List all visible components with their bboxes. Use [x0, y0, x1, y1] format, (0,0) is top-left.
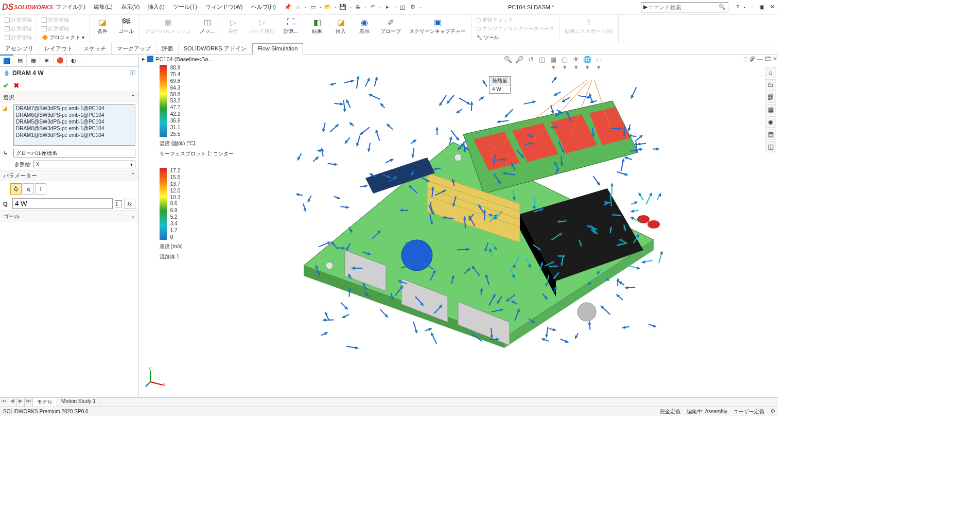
last-tab-button[interactable]: ⏭: [25, 398, 33, 407]
flow-tab[interactable]: ◐: [67, 55, 80, 66]
legend-subtitle: サーフェスプロット 1: コンター: [160, 150, 234, 157]
app-logo: DS SOLIDWORKS: [0, 3, 51, 12]
motion-study-tab[interactable]: Motion Study 1: [57, 398, 100, 407]
spinner[interactable]: ▲▼: [115, 200, 122, 207]
list-item[interactable]: DRAM8@SW3dPS-pc emb-1@PC104: [14, 125, 135, 132]
list-item[interactable]: DRAM6@SW3dPS-pc emb-1@PC104: [14, 112, 135, 118]
axis-select[interactable]: X ▾: [33, 161, 135, 168]
breadcrumb[interactable]: ▸ 🟦 PC104 (Baseline<Ba...: [142, 56, 213, 62]
orientation-triad[interactable]: Y X Z: [145, 366, 166, 387]
first-tab-button[interactable]: ⏮: [0, 398, 8, 407]
goal-header[interactable]: ゴール⌄: [0, 211, 138, 222]
svg-marker-359: [623, 134, 625, 136]
menu-file[interactable]: ファイル(F): [51, 1, 90, 13]
config-tab[interactable]: ▦: [27, 55, 40, 66]
menu-edit[interactable]: 編集(E): [90, 1, 117, 13]
svg-marker-137: [440, 305, 442, 307]
close-button[interactable]: ✕: [768, 3, 776, 11]
minimize-button[interactable]: —: [747, 3, 756, 11]
probe-button[interactable]: ✐プローブ: [378, 15, 403, 36]
print-icon[interactable]: 🖶: [354, 4, 361, 11]
svg-marker-279: [661, 252, 662, 254]
prev-tab-button[interactable]: ◀: [8, 398, 16, 407]
appearances-icon[interactable]: ◉: [765, 116, 776, 128]
custom-props-icon[interactable]: ▤: [765, 129, 776, 140]
menu-tools[interactable]: ツール(T): [169, 1, 201, 13]
list-item[interactable]: DRAM5@SW3dPS-pc emb-1@PC104: [14, 118, 135, 125]
search-icon[interactable]: 🔍: [719, 4, 726, 10]
collapse-icon[interactable]: 🗗: [749, 56, 755, 62]
cancel-button[interactable]: ✖: [13, 81, 20, 90]
pin-icon[interactable]: 📌: [284, 4, 291, 11]
menu-insert[interactable]: 挿入(I): [144, 1, 168, 13]
status-gear-icon[interactable]: ⚙: [771, 408, 775, 415]
appearance-tab[interactable]: 🔴: [54, 55, 67, 66]
tab-evaluate[interactable]: 評価: [156, 43, 179, 54]
expand-tree-icon[interactable]: ⬚: [742, 56, 747, 62]
surface-power-button[interactable]: q̇: [23, 183, 34, 195]
results-button[interactable]: ◧結果: [307, 15, 327, 36]
ok-button[interactable]: ✔: [3, 81, 9, 90]
maximize-view-icon[interactable]: 🗖: [765, 56, 771, 62]
tab-layout[interactable]: レイアウト: [39, 43, 78, 54]
conditions-button[interactable]: ◪条件: [93, 15, 112, 36]
color-scale-bar: [160, 65, 167, 137]
undo-icon[interactable]: ↶: [369, 4, 376, 11]
flow-tools-button[interactable]: 🔧 ツール: [475, 33, 556, 42]
temperature-button[interactable]: T: [35, 183, 46, 195]
maximize-button[interactable]: ▣: [758, 3, 766, 11]
feature-tree-tab[interactable]: 🟦: [0, 55, 13, 66]
parameter-header[interactable]: パラメーター⌃: [0, 170, 138, 181]
selection-list[interactable]: DRAM7@SW3dPS-pc emb-1@PC104 DRAM6@SW3dPS…: [13, 104, 135, 146]
home-icon[interactable]: ⌂: [294, 4, 302, 11]
select-icon[interactable]: ▸: [384, 4, 391, 11]
list-item[interactable]: DRAM7@SW3dPS-pc emb-1@PC104: [14, 105, 135, 112]
minimize-view-icon[interactable]: —: [757, 56, 763, 62]
property-tab[interactable]: ▤: [13, 55, 27, 66]
project-dropdown[interactable]: 🔶 プロジェクト ▾: [40, 33, 86, 42]
file-explorer-icon[interactable]: 🗐: [765, 92, 776, 103]
search-input[interactable]: [647, 4, 719, 10]
tab-markup[interactable]: マークアップ: [112, 43, 156, 54]
sw-resources-icon[interactable]: ⌂: [765, 67, 776, 78]
tab-addins[interactable]: SOLIDWORKS アドイン: [179, 43, 252, 54]
coord-system-field[interactable]: [13, 149, 135, 157]
close-view-icon[interactable]: ✕: [773, 56, 777, 62]
tab-assembly[interactable]: アセンブリ: [0, 43, 39, 54]
options-icon[interactable]: ⚙: [409, 4, 416, 11]
tab-sketch[interactable]: スケッチ: [78, 43, 112, 54]
new-icon[interactable]: ▭: [309, 4, 317, 11]
mesh-button[interactable]: ◫メッ...: [197, 15, 217, 36]
capture-button[interactable]: ▣スクリーンキャプチャー: [407, 15, 468, 36]
design-library-icon[interactable]: 🗀: [765, 79, 776, 91]
calc-button[interactable]: ⛶計算...: [281, 15, 301, 36]
tab-flow-simulation[interactable]: Flow Simulation: [252, 43, 304, 55]
heat-power-input[interactable]: [12, 198, 113, 209]
menu-window[interactable]: ウィンドウ(W): [201, 1, 247, 13]
graphics-viewport[interactable]: ▸ 🟦 PC104 (Baseline<Ba... ✔ 🔍 🔎 ↺ ◫ ▦ ▾ …: [139, 55, 778, 397]
svg-marker-39: [640, 149, 642, 150]
forum-icon[interactable]: ◫: [765, 141, 776, 152]
open-icon[interactable]: 📂: [324, 4, 331, 11]
dim-tab[interactable]: ⊕: [40, 55, 54, 66]
help-icon[interactable]: ⓘ: [130, 69, 135, 77]
insert-button[interactable]: ◪挿入: [331, 15, 351, 36]
next-tab-button[interactable]: ▶: [16, 398, 25, 407]
svg-marker-277: [343, 316, 345, 318]
status-units[interactable]: ユーザー定義: [733, 408, 764, 415]
heat-power-button[interactable]: Q̇: [10, 183, 22, 195]
help-icon[interactable]: ?: [733, 3, 742, 11]
menu-view[interactable]: 表示(V): [117, 1, 144, 13]
menu-help[interactable]: ヘルプ(H): [247, 1, 280, 13]
selection-header[interactable]: 選択⌃: [0, 92, 138, 103]
save-icon[interactable]: 💾: [339, 4, 346, 11]
model-tab[interactable]: モデル: [33, 398, 57, 407]
goals-button[interactable]: 🏁ゴール: [116, 15, 136, 36]
display-button[interactable]: ◉表示: [355, 15, 374, 36]
rebuild-icon[interactable]: 🕮: [399, 4, 406, 11]
svg-marker-353: [347, 100, 348, 102]
list-item[interactable]: DRAM1@SW3dPS-pc emb-1@PC104: [14, 132, 135, 138]
view-palette-icon[interactable]: ▦: [765, 104, 776, 115]
fx-button[interactable]: fx: [124, 199, 135, 209]
command-search[interactable]: ▶ 🔍: [641, 2, 728, 12]
